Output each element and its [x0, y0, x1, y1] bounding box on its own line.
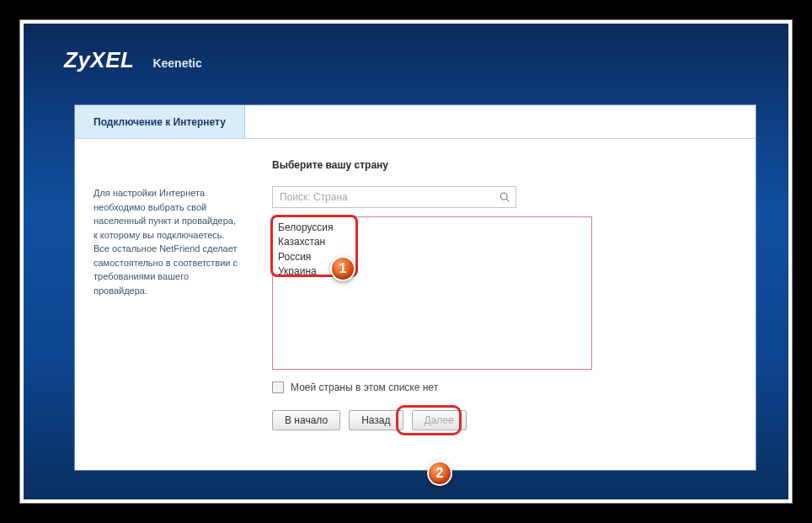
product-name: Keenetic	[152, 56, 201, 70]
wizard-panel: Подключение к Интернету Для настройки Ин…	[74, 104, 756, 471]
svg-line-1	[506, 199, 509, 201]
country-option[interactable]: Казахстан	[278, 235, 586, 249]
next-button[interactable]: Далее	[412, 410, 467, 430]
search-placeholder: Поиск: Страна	[280, 191, 499, 203]
button-label: Назад	[361, 414, 390, 426]
button-label: Далее	[425, 414, 454, 426]
not-in-list-checkbox[interactable]	[272, 382, 284, 393]
panel-body: Для настройки Интернета необходимо выбра…	[75, 139, 756, 470]
back-button[interactable]: Назад	[349, 410, 403, 430]
tab-row: Подключение к Интернету	[75, 105, 756, 139]
button-label: В начало	[285, 414, 328, 426]
app-window: ZyXEL Keenetic Подключение к Интернету Д…	[24, 24, 788, 499]
svg-point-0	[500, 193, 507, 200]
tab-label: Подключение к Интернету	[93, 116, 226, 128]
main-column: Выберите вашу страну Поиск: Страна Белор…	[260, 139, 756, 470]
sidebar-help-text: Для настройки Интернета необходимо выбра…	[75, 139, 260, 470]
country-option[interactable]: Украина	[278, 264, 586, 279]
not-in-list-label: Моей страны в этом списке нет	[291, 382, 438, 393]
section-title: Выберите вашу страну	[272, 159, 734, 171]
country-option[interactable]: Россия	[278, 250, 586, 264]
screenshot-frame: ZyXEL Keenetic Подключение к Интернету Д…	[19, 19, 793, 504]
country-listbox[interactable]: Белоруссия Казахстан Россия Украина	[272, 216, 592, 370]
home-button[interactable]: В начало	[272, 410, 340, 430]
button-row: В начало Назад Далее	[272, 410, 734, 430]
country-search-input[interactable]: Поиск: Страна	[272, 186, 516, 208]
not-in-list-row[interactable]: Моей страны в этом списке нет	[272, 382, 734, 393]
header: ZyXEL Keenetic	[24, 24, 788, 92]
tab-internet-connection[interactable]: Подключение к Интернету	[75, 105, 245, 138]
country-option[interactable]: Белоруссия	[278, 221, 586, 235]
brand-logo: ZyXEL	[64, 47, 134, 73]
search-icon	[499, 191, 510, 203]
